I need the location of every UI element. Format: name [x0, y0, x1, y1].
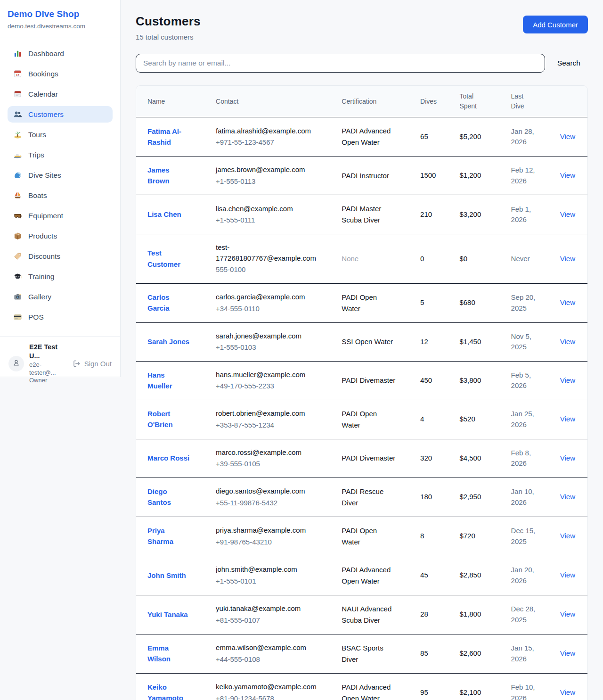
customer-phone: +971-55-123-4567 — [216, 137, 337, 148]
customer-total-spent: $1,800 — [459, 610, 481, 618]
customer-name-link[interactable]: Lisa Chen — [147, 209, 181, 220]
add-customer-button[interactable]: Add Customer — [523, 16, 588, 33]
customer-certification: PADI Rescue Diver — [342, 486, 397, 509]
view-link[interactable]: View — [560, 171, 575, 179]
customer-contact-cell: lisa.chen@example.com+1-555-0111 — [216, 195, 342, 234]
customer-name-link[interactable]: Fatima Al-Rashid — [147, 126, 191, 148]
view-link[interactable]: View — [560, 210, 575, 218]
sidebar-item-equipment[interactable]: Equipment — [8, 207, 113, 224]
trips-icon — [13, 150, 22, 159]
view-link[interactable]: View — [560, 688, 575, 696]
customer-last-dive-cell: Dec 15, 2025 — [511, 517, 560, 556]
sidebar-item-label: Products — [28, 232, 57, 240]
view-link[interactable]: View — [560, 255, 575, 263]
sidebar-item-calendar[interactable]: Calendar — [8, 86, 113, 102]
customer-certification-cell: PADI Open Water — [342, 283, 420, 322]
customer-last-dive-cell: Jan 25, 2026 — [511, 400, 560, 439]
sidebar-item-training[interactable]: Training — [8, 268, 113, 285]
equipment-icon — [13, 211, 22, 220]
customer-last-dive: Feb 8, 2026 — [511, 448, 541, 469]
sidebar-item-boats[interactable]: Boats — [8, 187, 113, 204]
customer-last-dive: Feb 1, 2026 — [511, 204, 541, 225]
customer-phone: +44-555-0108 — [216, 654, 337, 665]
view-link[interactable]: View — [560, 298, 575, 306]
customer-name-link[interactable]: Test Customer — [147, 247, 191, 270]
customer-view-cell: View — [560, 400, 587, 439]
customer-certification-cell: PADI Open Water — [342, 517, 420, 556]
customer-total-spent-cell: $2,850 — [459, 556, 511, 595]
sidebar-header: Demo Dive Shop demo.test.divestreams.com — [0, 0, 120, 38]
customer-name-link[interactable]: Carlos Garcia — [147, 292, 191, 314]
table-header: NameContactCertificationDivesTotal Spent… — [136, 86, 587, 117]
sidebar-item-products[interactable]: Products — [8, 228, 113, 244]
customer-name-link[interactable]: Robert O'Brien — [147, 408, 191, 430]
sidebar-item-pos[interactable]: POS — [8, 309, 113, 325]
customer-name-link[interactable]: James Brown — [147, 165, 191, 187]
sidebar-item-tours[interactable]: Tours — [8, 126, 113, 143]
customer-certification-cell: PADI Master Scuba Diver — [342, 195, 420, 234]
table-row: Diego Santosdiego.santos@example.com+55-… — [136, 478, 587, 517]
customer-email: john.smith@example.com — [216, 564, 317, 575]
view-link[interactable]: View — [560, 132, 575, 140]
customer-name-link[interactable]: Diego Santos — [147, 486, 191, 508]
customer-phone: +1-555-0113 — [216, 176, 337, 187]
sidebar-item-label: Dive Sites — [28, 171, 61, 180]
sidebar-item-label: Bookings — [28, 70, 58, 78]
user-section: E2E Test U... e2e-tester@... Owner Sign … — [0, 336, 120, 391]
customer-name-link[interactable]: Hans Mueller — [147, 370, 191, 392]
sidebar-item-trips[interactable]: Trips — [8, 147, 113, 163]
customer-phone: +81-90-1234-5678 — [216, 693, 337, 700]
sign-out-icon — [73, 360, 81, 368]
customer-last-dive: Sep 20, 2025 — [511, 292, 541, 313]
customer-certification-cell: BSAC Sports Diver — [342, 634, 420, 673]
view-link[interactable]: View — [560, 376, 575, 384]
sidebar-item-customers[interactable]: Customers — [8, 106, 113, 123]
sidebar-item-gallery[interactable]: Gallery — [8, 288, 113, 305]
sign-out-button[interactable]: Sign Out — [73, 360, 113, 368]
view-link[interactable]: View — [560, 493, 575, 501]
view-link[interactable]: View — [560, 532, 575, 540]
customer-last-dive-cell: Feb 8, 2026 — [511, 439, 560, 478]
customer-name-link[interactable]: Emma Wilson — [147, 642, 191, 665]
calendar-icon — [13, 90, 22, 99]
search-input[interactable] — [136, 54, 545, 73]
sidebar-item-dive-sites[interactable]: Dive Sites — [8, 167, 113, 183]
customer-name-cell: Yuki Tanaka — [136, 595, 216, 634]
view-link[interactable]: View — [560, 571, 575, 579]
dive-sites-icon — [13, 171, 22, 180]
customer-contact-cell: marco.rossi@example.com+39-555-0105 — [216, 439, 342, 478]
table-row: Marco Rossimarco.rossi@example.com+39-55… — [136, 439, 587, 478]
customer-name-cell: Diego Santos — [136, 478, 216, 517]
sidebar-item-bookings[interactable]: 17Bookings — [8, 66, 113, 82]
view-link[interactable]: View — [560, 338, 575, 346]
search-button[interactable]: Search — [557, 59, 580, 67]
customer-last-dive: Jan 15, 2026 — [511, 643, 541, 664]
customer-name-cell: Fatima Al-Rashid — [136, 117, 216, 156]
customer-name-link[interactable]: Priya Sharma — [147, 525, 191, 547]
customer-last-dive-cell: Dec 28, 2025 — [511, 595, 560, 634]
sidebar-item-dashboard[interactable]: Dashboard — [8, 45, 113, 62]
customer-name-link[interactable]: John Smith — [147, 570, 186, 581]
customer-name-link[interactable]: Sarah Jones — [147, 336, 189, 347]
customer-name-link[interactable]: Marco Rossi — [147, 453, 189, 463]
customer-total-spent: $520 — [459, 415, 475, 423]
customer-name-cell: Carlos Garcia — [136, 283, 216, 322]
tours-icon — [13, 130, 22, 139]
view-link[interactable]: View — [560, 610, 575, 618]
customer-phone: +1-555-0111 — [216, 215, 337, 226]
sign-out-label: Sign Out — [84, 360, 112, 368]
view-link[interactable]: View — [560, 649, 575, 657]
shop-title: Demo Dive Shop — [8, 9, 113, 19]
customer-dives: 0 — [420, 255, 424, 263]
column-header: Last Dive — [511, 91, 538, 111]
customer-total-spent-cell: $680 — [459, 283, 511, 322]
view-link[interactable]: View — [560, 454, 575, 462]
sidebar-item-discounts[interactable]: Discounts — [8, 248, 113, 264]
customer-name-link[interactable]: Keiko Yamamoto — [147, 682, 191, 700]
customer-name-link[interactable]: Yuki Tanaka — [147, 609, 188, 620]
view-link[interactable]: View — [560, 415, 575, 423]
page-title-block: Customers 15 total customers — [136, 14, 201, 41]
column-header-cell: Certification — [342, 86, 420, 117]
customer-certification: PADI Advanced Open Water — [342, 125, 397, 148]
customer-contact-cell: priya.sharma@example.com+91-98765-43210 — [216, 517, 342, 556]
